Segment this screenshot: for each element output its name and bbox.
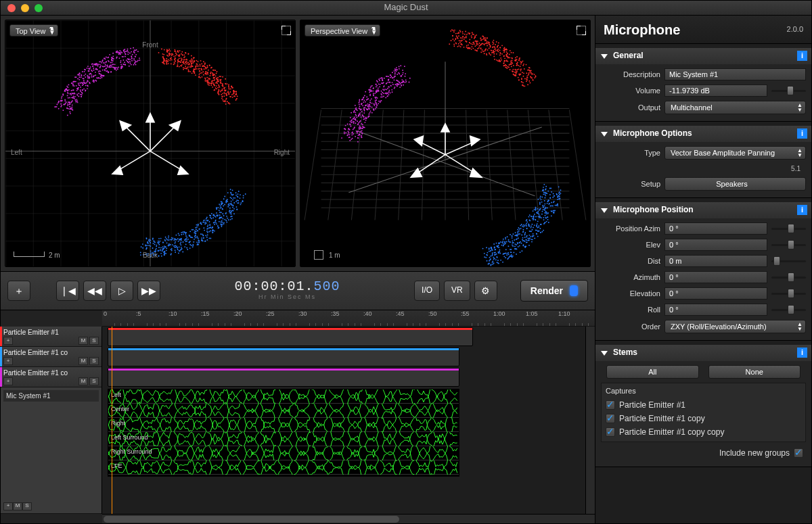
svg-point-233 <box>95 72 96 73</box>
track-header[interactable]: Particle Emitter #1+MS <box>1 327 102 347</box>
pos-field[interactable] <box>664 304 767 316</box>
capture-checkbox[interactable] <box>606 400 615 410</box>
capture-row[interactable]: Particle Emitter #1 copy copy <box>606 425 801 439</box>
time-ruler[interactable]: 0:5:10:15:20:25:30:35:40:45:50:551:001:0… <box>102 310 595 327</box>
capture-checkbox[interactable] <box>606 414 615 423</box>
info-icon[interactable]: i <box>797 128 807 139</box>
svg-point-2117 <box>543 190 544 191</box>
mute-button[interactable]: M <box>78 377 88 385</box>
settings-button[interactable]: ⚙ <box>474 281 497 301</box>
view-mode-select[interactable]: Top View ▲▼ <box>9 24 58 37</box>
mic-track-header[interactable]: Mic System #1 +MS <box>1 387 102 514</box>
output-select[interactable]: Multichannel▲▼ <box>664 101 806 114</box>
pos-field[interactable] <box>664 255 767 267</box>
viewport-perspective[interactable]: Perspective View ▲▼ <box>300 20 591 267</box>
svg-point-2033 <box>516 71 518 72</box>
solo-button[interactable]: S <box>22 502 32 510</box>
clip[interactable] <box>108 348 459 366</box>
section-toggle[interactable]: Microphone Position i <box>595 202 811 218</box>
pos-field[interactable] <box>664 239 767 251</box>
info-icon[interactable]: i <box>797 205 807 215</box>
svg-point-736 <box>216 82 217 83</box>
section-toggle[interactable]: Stems i <box>595 345 811 361</box>
solo-button[interactable]: S <box>89 377 99 385</box>
play-button[interactable]: ▷ <box>110 281 133 301</box>
solo-button[interactable]: S <box>89 357 99 365</box>
vertical-scrollbar[interactable] <box>585 327 595 514</box>
pos-slider[interactable] <box>771 288 806 299</box>
pos-slider[interactable] <box>771 256 806 266</box>
svg-point-1657 <box>394 74 396 75</box>
volume-slider[interactable] <box>771 85 806 96</box>
stems-all-button[interactable]: All <box>606 365 699 379</box>
capture-row[interactable]: Particle Emitter #1 copy <box>606 412 801 425</box>
pos-field[interactable] <box>664 287 767 300</box>
io-button[interactable]: I/O <box>414 281 440 301</box>
include-checkbox[interactable] <box>794 448 803 458</box>
svg-point-2297 <box>524 232 526 233</box>
vr-button[interactable]: VR <box>444 281 470 301</box>
description-field[interactable] <box>664 68 806 80</box>
track-header[interactable]: Particle Emitter #1 co+MS <box>1 347 102 367</box>
track-add-icon[interactable]: + <box>3 357 13 365</box>
render-button[interactable]: Render <box>520 280 588 302</box>
svg-point-783 <box>222 93 223 95</box>
svg-point-2011 <box>513 74 514 75</box>
clip[interactable] <box>108 368 459 387</box>
go-start-button[interactable]: ❘◀ <box>56 281 79 301</box>
pos-field[interactable] <box>664 222 767 235</box>
svg-point-542 <box>187 62 189 64</box>
view-mode-select[interactable]: Perspective View ▲▼ <box>304 24 380 37</box>
track-area[interactable]: LeftCenterRightLeft SurroundRight Surrou… <box>102 327 585 514</box>
viewport-top[interactable]: Top View ▲▼ <box>5 20 296 267</box>
pos-slider[interactable] <box>771 223 806 234</box>
stems-none-button[interactable]: None <box>708 365 801 379</box>
fast-forward-button[interactable]: ▶▶ <box>137 281 160 301</box>
svg-point-1605 <box>384 89 386 90</box>
capture-checkbox[interactable] <box>606 427 615 437</box>
rewind-button[interactable]: ◀◀ <box>83 281 106 301</box>
svg-point-622 <box>204 68 205 70</box>
svg-point-985 <box>214 224 215 225</box>
pos-slider[interactable] <box>771 239 806 250</box>
track-add-icon[interactable]: + <box>3 502 13 510</box>
mute-button[interactable]: M <box>13 502 22 510</box>
info-icon[interactable]: i <box>797 348 807 358</box>
svg-point-1629 <box>388 76 389 77</box>
track-add-icon[interactable]: + <box>3 337 13 345</box>
add-button[interactable]: ＋ <box>7 281 30 301</box>
horizontal-scrollbar[interactable] <box>102 514 595 523</box>
order-select[interactable]: ZXY (Roll/Elevation/Azimuth)▲▼ <box>664 320 806 333</box>
mic-type-select[interactable]: Vector Base Amplitude Panning▲▼ <box>664 146 806 160</box>
track-add-icon[interactable]: + <box>3 377 13 385</box>
svg-point-2485 <box>493 262 495 264</box>
playhead[interactable] <box>112 327 112 514</box>
mute-button[interactable]: M <box>78 357 88 365</box>
solo-button[interactable]: S <box>89 337 99 345</box>
svg-point-210 <box>90 66 91 68</box>
pos-field[interactable] <box>664 271 767 283</box>
pos-slider[interactable] <box>771 272 806 283</box>
mute-button[interactable]: M <box>78 337 88 345</box>
svg-point-81 <box>76 101 77 103</box>
track-header[interactable]: Particle Emitter #1 co+MS <box>1 367 102 387</box>
svg-point-625 <box>200 72 201 74</box>
info-icon[interactable]: i <box>797 51 807 61</box>
section-toggle[interactable]: General i <box>595 48 811 64</box>
fullscreen-icon[interactable] <box>577 26 586 35</box>
svg-point-1848 <box>480 47 482 49</box>
volume-field[interactable] <box>664 85 767 97</box>
section-toggle[interactable]: Microphone Options i <box>595 126 811 142</box>
svg-point-380 <box>125 51 127 52</box>
svg-point-2260 <box>536 226 537 227</box>
clip[interactable] <box>108 327 473 346</box>
capture-row[interactable]: Particle Emitter #1 <box>606 398 801 412</box>
svg-point-1373 <box>357 130 359 132</box>
svg-point-579 <box>191 61 193 62</box>
svg-point-522 <box>181 60 182 62</box>
svg-point-385 <box>125 53 126 55</box>
fullscreen-icon[interactable] <box>281 26 291 35</box>
svg-point-393 <box>129 58 130 59</box>
pos-slider[interactable] <box>771 304 806 315</box>
speakers-button[interactable]: Speakers <box>664 177 806 191</box>
